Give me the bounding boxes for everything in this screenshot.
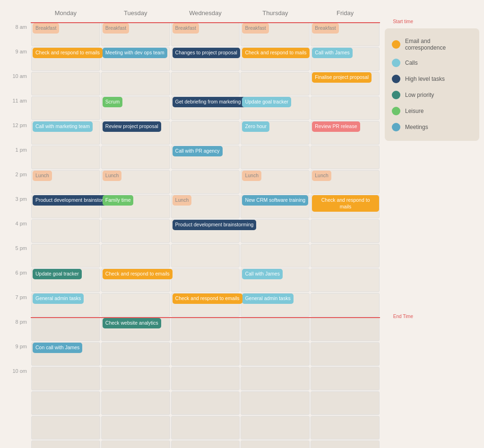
event-thu-zero-hour[interactable]: Zero hour bbox=[242, 121, 269, 132]
legend-dot bbox=[392, 107, 400, 115]
event-tue-meeting-dev[interactable]: Meeting with dev ops team bbox=[103, 48, 167, 58]
event-thu-update-goal[interactable]: Update goal tracker bbox=[242, 97, 291, 107]
grid-cell-day3-slot2 bbox=[171, 72, 240, 95]
event-wed-changes-project[interactable]: Changes to project proposal bbox=[173, 48, 240, 58]
grid-cell-day3-slot13 bbox=[171, 342, 240, 366]
event-mon-general-admin[interactable]: General admin tasks bbox=[33, 293, 84, 304]
calendar-grid: 8 am9 am10 am11 am12 pm1 pm2 pm3 pm4 pm5… bbox=[5, 22, 380, 448]
time-label-17 bbox=[5, 440, 31, 448]
grid-cell-day2-slot13 bbox=[101, 342, 170, 366]
event-mon-con-call[interactable]: Con call with James bbox=[33, 343, 82, 353]
event-tue-lunch[interactable]: Lunch bbox=[103, 171, 122, 181]
event-wed-lunch[interactable]: Lunch bbox=[173, 195, 192, 206]
tuesday-header: Tuesday bbox=[101, 5, 171, 21]
grid-cell-day4-slot15 bbox=[241, 391, 310, 415]
grid-cell-day2-slot14 bbox=[101, 367, 170, 390]
legend-item: High level tasks bbox=[392, 75, 472, 83]
time-label-6: 2 pm bbox=[5, 170, 31, 193]
time-label-15 bbox=[5, 391, 31, 414]
time-label-11: 7 pm bbox=[5, 293, 31, 316]
grid-cell-day5-slot12 bbox=[311, 318, 380, 341]
time-label-3: 11 am bbox=[5, 96, 31, 120]
event-fri-lunch[interactable]: Lunch bbox=[312, 171, 331, 181]
legend-label: High level tasks bbox=[405, 76, 445, 82]
grid-cell-day5-slot16 bbox=[311, 416, 380, 439]
grid-cell-day5-slot15 bbox=[311, 391, 380, 415]
time-label-9: 5 pm bbox=[5, 243, 31, 267]
grid-cell-day2-slot5 bbox=[101, 146, 170, 169]
grid-cell-day4-slot14 bbox=[241, 367, 310, 390]
time-label-1: 9 am bbox=[5, 47, 31, 70]
grid-cell-day2-slot16 bbox=[101, 416, 170, 439]
grid-cell-day2-slot9 bbox=[101, 244, 170, 267]
legend-item: Leisure bbox=[392, 107, 472, 115]
legend-item: Meetings bbox=[392, 123, 472, 131]
legend-dot bbox=[392, 59, 400, 67]
event-thu-breakfast[interactable]: Breakfast bbox=[242, 23, 268, 34]
event-thu-general-admin[interactable]: General admin tasks bbox=[242, 293, 293, 304]
legend-panel: Email and correspondenceCallsHigh level … bbox=[385, 28, 479, 141]
legend-dot bbox=[392, 91, 400, 99]
grid-cell-day1-slot5 bbox=[31, 146, 100, 169]
grid-cell-day5-slot14 bbox=[311, 367, 380, 390]
grid-cell-day3-slot16 bbox=[171, 416, 240, 439]
event-mon-check-mails[interactable]: Check and respond to emails bbox=[33, 48, 103, 58]
event-tue-check-website[interactable]: Check website analytics bbox=[103, 318, 161, 328]
event-fri-review-pr[interactable]: Review PR release bbox=[312, 121, 360, 132]
time-label-0: 8 am bbox=[5, 22, 31, 46]
grid-cell-day1-slot2 bbox=[31, 72, 100, 95]
grid-cell-day3-slot9 bbox=[171, 244, 240, 267]
event-tue-breakfast[interactable]: Breakfast bbox=[103, 23, 129, 34]
event-fri-call-james[interactable]: Call with James bbox=[312, 48, 353, 58]
event-thu-call-james[interactable]: Call with James bbox=[242, 269, 283, 279]
time-label-12: 8 pm bbox=[5, 317, 31, 341]
event-tue-scrum[interactable]: Scrum bbox=[103, 97, 122, 107]
grid-cell-day5-slot13 bbox=[311, 342, 380, 366]
grid-cell-day2-slot2 bbox=[101, 72, 170, 95]
event-thu-check-mails[interactable]: Check and respond to mails bbox=[242, 48, 309, 58]
legend-label: Meetings bbox=[405, 124, 428, 130]
grid-cell-day5-slot10 bbox=[311, 268, 380, 292]
grid-cell-day3-slot6 bbox=[171, 170, 240, 194]
event-mon-update-goal[interactable]: Update goal tracker bbox=[33, 269, 82, 279]
event-tue-family-time[interactable]: Family time bbox=[103, 195, 134, 206]
grid-cell-day3-slot14 bbox=[171, 367, 240, 390]
grid-cell-day2-slot17 bbox=[101, 440, 170, 448]
event-fri-check-respond[interactable]: Check and respond to mails bbox=[312, 195, 379, 212]
event-thu-new-crm[interactable]: New CRM software training bbox=[242, 195, 308, 206]
event-mon-lunch[interactable]: Lunch bbox=[33, 171, 52, 181]
grid-cell-day2-slot11 bbox=[101, 293, 170, 317]
grid-cell-day2-slot8 bbox=[101, 219, 170, 243]
time-label-10: 6 pm bbox=[5, 268, 31, 292]
grid-cell-day1-slot14 bbox=[31, 367, 100, 390]
grid-cell-day3-slot10 bbox=[171, 268, 240, 292]
grid-cell-day4-slot16 bbox=[241, 416, 310, 439]
event-wed-check-respond[interactable]: Check and respond to emails bbox=[173, 293, 242, 304]
monday-header: Monday bbox=[31, 5, 101, 21]
legend-label: Leisure bbox=[405, 108, 424, 114]
event-wed-product-dev[interactable]: Product development brainstorming bbox=[173, 220, 257, 230]
grid-cell-day5-slot11 bbox=[311, 293, 380, 317]
legend-item: Low priority bbox=[392, 91, 472, 99]
event-tue-review-project[interactable]: Review project proposal bbox=[103, 121, 161, 132]
grid-cell-day1-slot12 bbox=[31, 318, 100, 341]
event-fri-breakfast[interactable]: Breakfast bbox=[312, 23, 338, 34]
legend-label: Email and correspondence bbox=[405, 38, 472, 51]
event-fri-finalise-project[interactable]: Finalise project proposal bbox=[312, 72, 372, 83]
event-mon-call-marketing[interactable]: Call with marketing team bbox=[33, 121, 93, 132]
event-thu-lunch[interactable]: Lunch bbox=[242, 171, 261, 181]
legend-label: Low priority bbox=[405, 92, 434, 98]
grid-cell-day5-slot17 bbox=[311, 440, 380, 448]
event-wed-breakfast[interactable]: Breakfast bbox=[173, 23, 199, 34]
grid-cell-day1-slot16 bbox=[31, 416, 100, 439]
start-time-marker: Start time bbox=[31, 22, 380, 23]
grid-cell-day4-slot12 bbox=[241, 318, 310, 341]
grid-cell-day3-slot4 bbox=[171, 121, 240, 145]
wednesday-header: Wednesday bbox=[171, 5, 241, 21]
time-label-14: 10 om bbox=[5, 366, 31, 390]
event-tue-check-emails[interactable]: Check and respond to emails bbox=[103, 269, 173, 279]
grid-cell-day1-slot8 bbox=[31, 219, 100, 243]
event-mon-breakfast[interactable]: Breakfast bbox=[33, 23, 59, 34]
grid-cell-day4-slot5 bbox=[241, 146, 310, 169]
event-wed-call-pr[interactable]: Call with PR agency bbox=[173, 146, 223, 156]
